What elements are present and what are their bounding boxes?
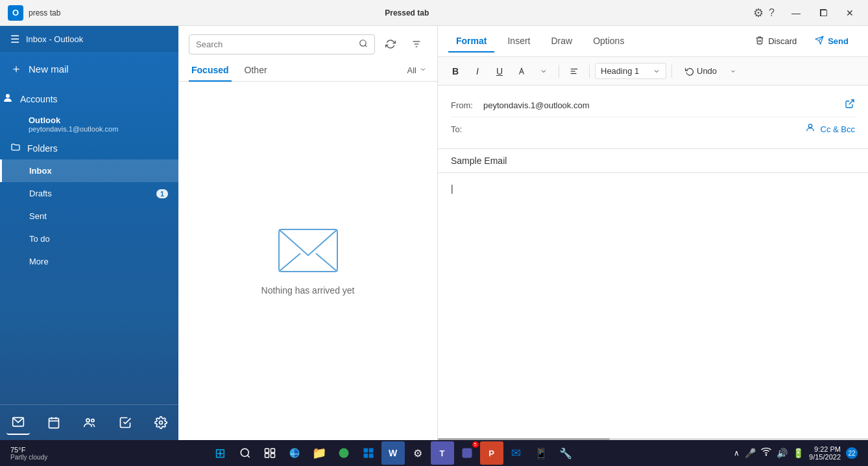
taskbar-chevron-icon[interactable]: ∧ (734, 449, 740, 458)
folder-sent[interactable]: Sent (0, 205, 178, 227)
taskbar-mic-icon[interactable]: 🎤 (745, 448, 756, 458)
help-titlebar-button[interactable]: ? (769, 7, 775, 19)
tab-other[interactable]: Other (242, 60, 270, 82)
sidebar-header-label: Inbox - Outlook (26, 34, 83, 44)
teams-taskbar-button[interactable]: T (431, 441, 454, 465)
text-color-button[interactable] (512, 62, 531, 80)
folder-inbox[interactable]: Inbox (0, 159, 178, 182)
close-button[interactable]: ✕ (839, 5, 860, 21)
bold-button[interactable]: B (446, 62, 465, 80)
settings-nav-button[interactable] (149, 410, 173, 435)
italic-button[interactable]: I (468, 62, 487, 80)
tab-insert[interactable]: Insert (500, 30, 538, 52)
taskbar-clock[interactable]: 9:22 PM 9/15/2022 (809, 445, 841, 461)
inbox-panel: Focused Other All Nothing has arrived ye… (178, 26, 438, 440)
notification-badge[interactable]: 22 (846, 447, 858, 459)
svg-rect-2 (49, 418, 58, 428)
format-divider-2 (589, 65, 590, 78)
powerpoint-taskbar-button[interactable]: P (480, 441, 503, 465)
app-name-label: press tab (29, 8, 60, 17)
settings-titlebar-button[interactable]: ⚙ (753, 6, 764, 20)
teams-badge-taskbar-button[interactable]: 5 (455, 441, 479, 465)
to-field[interactable]: To: Cc & Bcc (451, 117, 855, 141)
mail-nav-button[interactable] (6, 410, 30, 435)
inbox-empty-text: Nothing has arrived yet (261, 285, 355, 296)
taskbar-network-icon[interactable] (761, 447, 771, 460)
underline-button[interactable]: U (490, 62, 509, 80)
search-field-wrap[interactable] (189, 34, 375, 54)
sidebar-bottom-nav (0, 404, 178, 440)
from-external-icon[interactable] (845, 99, 855, 111)
svg-point-0 (6, 94, 10, 98)
search-taskbar-button[interactable] (234, 441, 257, 465)
calendar-nav-button[interactable] (42, 410, 66, 435)
heading-dropdown[interactable]: Heading 1 (595, 63, 666, 79)
filter-button[interactable] (406, 34, 427, 54)
compose-body[interactable] (438, 173, 868, 438)
cc-bcc-button[interactable]: Cc & Bcc (821, 124, 855, 134)
to-person-icon[interactable] (805, 122, 815, 135)
tasks-nav-button[interactable] (114, 410, 137, 435)
minimize-button[interactable]: — (785, 5, 807, 21)
tab-focused[interactable]: Focused (189, 60, 232, 82)
mail-taskbar-button[interactable]: ✉ (505, 441, 528, 465)
folder-drafts[interactable]: Drafts 1 (0, 182, 178, 205)
red-tool-taskbar-button[interactable]: 🔧 (554, 441, 577, 465)
folder-sent-label: Sent (29, 211, 47, 221)
drafts-badge: 1 (156, 189, 168, 198)
accounts-label: Accounts (20, 94, 58, 104)
to-label: To: (451, 124, 483, 134)
word-taskbar-button[interactable]: W (381, 441, 405, 465)
compose-actions: Discard Send (749, 32, 858, 51)
svg-rect-37 (462, 449, 472, 458)
svg-point-9 (360, 40, 366, 45)
phone-taskbar-button[interactable]: 📱 (529, 441, 553, 465)
folder-icon (10, 142, 21, 154)
refresh-button[interactable] (380, 34, 401, 54)
tab-format[interactable]: Format (448, 30, 494, 52)
folder-todo[interactable]: To do (0, 227, 178, 250)
more-format-button[interactable] (534, 62, 553, 80)
hamburger-icon[interactable]: ☰ (10, 33, 19, 45)
tab-options[interactable]: Options (585, 30, 632, 52)
accounts-item[interactable]: Accounts (0, 86, 178, 111)
search-input[interactable] (196, 40, 359, 49)
svg-rect-29 (265, 454, 269, 458)
taskbar-volume-icon[interactable]: 🔊 (777, 448, 788, 458)
empty-envelope-icon (276, 226, 341, 275)
tab-all[interactable]: All (407, 65, 427, 75)
folders-text: Folders (27, 143, 58, 154)
heading-dropdown-value: Heading 1 (601, 66, 639, 76)
new-mail-button[interactable]: ＋ New mail (0, 52, 178, 86)
outlook-account-item[interactable]: Outlook peytondavis.1@outlook.com (0, 111, 178, 137)
svg-point-24 (808, 124, 812, 128)
subject-field[interactable]: Sample Email (438, 149, 868, 173)
compose-panel: Format Insert Draw Options Discard Send (438, 26, 868, 440)
send-label: Send (828, 36, 849, 46)
svg-point-38 (766, 454, 766, 455)
tab-draw[interactable]: Draw (543, 30, 580, 52)
folders-label[interactable]: Folders (0, 137, 178, 159)
explorer-taskbar-button[interactable]: 📁 (307, 441, 331, 465)
settings-taskbar-button[interactable]: ⚙ (406, 441, 429, 465)
discard-button[interactable]: Discard (749, 32, 803, 51)
send-button[interactable]: Send (806, 32, 858, 51)
undo-button[interactable]: Undo (680, 64, 722, 78)
discard-icon (755, 36, 764, 47)
edge-taskbar-button[interactable] (283, 441, 306, 465)
main-area: ☰ Inbox - Outlook ＋ New mail Accounts Ou… (0, 26, 868, 440)
window-controls: ⚙ ? — ⧠ ✕ (753, 5, 860, 21)
inbox-search-bar (178, 26, 437, 60)
maximize-button[interactable]: ⧠ (812, 5, 834, 21)
folder-more[interactable]: More (0, 250, 178, 273)
taskbar: 75°F Partly cloudy ⊞ 📁 W ⚙ T 5 P ✉ 📱 🔧 (0, 440, 868, 466)
people-nav-button[interactable] (78, 410, 101, 435)
start-button[interactable]: ⊞ (209, 441, 232, 465)
taskbar-battery-icon[interactable]: 🔋 (793, 448, 804, 458)
taskbar-weather: 75°F Partly cloudy (5, 446, 57, 461)
paragraph-align-button[interactable] (564, 62, 584, 80)
undo-dropdown-button[interactable] (723, 62, 743, 80)
taskview-button[interactable] (258, 441, 282, 465)
ie-taskbar-button[interactable] (332, 441, 356, 465)
store-taskbar-button[interactable] (357, 441, 380, 465)
